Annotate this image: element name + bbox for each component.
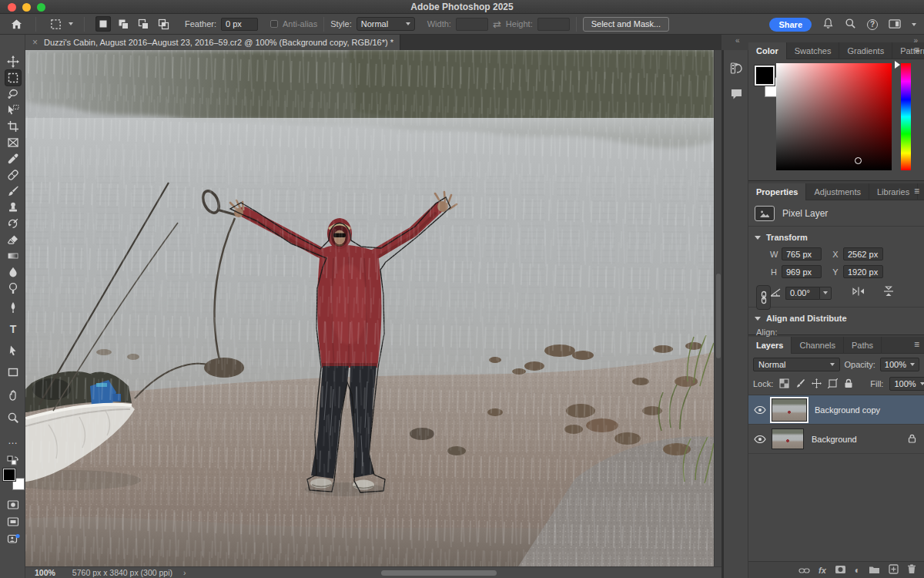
rotation-angle-dropdown[interactable]: 0.00° xyxy=(785,287,832,300)
tab-color[interactable]: Color xyxy=(748,42,787,59)
zoom-window-button[interactable] xyxy=(37,3,45,12)
tool-frame[interactable] xyxy=(5,135,21,150)
status-chevron-icon[interactable]: › xyxy=(183,568,186,577)
layer-visibility-eye-icon[interactable] xyxy=(748,435,772,443)
select-and-mask-button[interactable]: Select and Mask... xyxy=(583,17,670,32)
foreground-color-swatch[interactable] xyxy=(755,66,775,86)
layer-effects-icon[interactable]: fx xyxy=(819,566,826,575)
y-value-input[interactable]: 1920 px xyxy=(843,265,883,278)
help-icon[interactable]: ? xyxy=(867,19,878,30)
flip-horizontal-icon[interactable] xyxy=(852,286,865,300)
foreground-color-swatch[interactable] xyxy=(3,469,15,481)
style-dropdown[interactable]: Normal xyxy=(357,17,415,31)
close-window-button[interactable] xyxy=(8,3,16,12)
panel-menu-icon[interactable]: ≡ xyxy=(914,339,919,350)
tool-spot-healing-brush[interactable] xyxy=(5,167,21,183)
subtract-from-selection-mode-icon[interactable] xyxy=(136,16,151,32)
layer-visibility-eye-icon[interactable] xyxy=(748,406,772,414)
vertical-scrollbar[interactable] xyxy=(714,50,721,566)
blend-mode-dropdown[interactable]: Normal xyxy=(753,358,840,371)
tab-layers[interactable]: Layers xyxy=(748,337,792,354)
link-dimensions-icon[interactable] xyxy=(756,285,771,310)
tool-pen[interactable] xyxy=(5,300,21,315)
layer-name[interactable]: Background copy xyxy=(815,405,880,415)
lock-artboard-icon[interactable] xyxy=(828,378,838,390)
tab-properties[interactable]: Properties xyxy=(748,183,806,200)
tool-lasso[interactable] xyxy=(5,86,21,102)
lock-transparency-icon[interactable] xyxy=(779,378,789,390)
adjustment-layer-icon[interactable]: ◐ xyxy=(855,565,860,576)
lock-pixels-icon[interactable] xyxy=(795,378,805,390)
swap-colors-icon[interactable] xyxy=(5,455,21,467)
feather-input[interactable]: 0 px xyxy=(221,18,258,31)
foreground-background-swatches[interactable] xyxy=(3,469,25,490)
tool-eyedropper[interactable] xyxy=(5,151,21,166)
intersect-selection-mode-icon[interactable] xyxy=(156,16,171,32)
fill-dropdown[interactable]: 100% xyxy=(889,377,924,391)
quick-mask-mode-icon[interactable] xyxy=(5,497,21,512)
tool-blur[interactable] xyxy=(5,264,21,280)
home-icon[interactable] xyxy=(8,16,25,32)
layer-name[interactable]: Background xyxy=(812,435,857,444)
tab-channels[interactable]: Channels xyxy=(792,337,843,354)
tool-gradient[interactable] xyxy=(5,248,21,264)
tool-eraser[interactable] xyxy=(5,232,21,247)
layer-row-background-copy[interactable]: Background copy xyxy=(748,395,924,425)
anti-alias-checkbox[interactable] xyxy=(270,20,278,28)
hue-slider[interactable] xyxy=(901,63,911,170)
edit-toolbar-icon[interactable]: … xyxy=(5,432,21,448)
hue-slider-marker[interactable] xyxy=(895,61,900,69)
collapse-panels-icon[interactable]: « xyxy=(735,36,740,45)
photo-canvas[interactable] xyxy=(25,50,714,566)
tool-rectangle[interactable] xyxy=(5,365,21,380)
swap-dimensions-icon[interactable]: ⇄ xyxy=(493,18,501,30)
search-icon[interactable] xyxy=(845,18,856,31)
comments-panel-icon[interactable] xyxy=(729,87,743,101)
tool-brush[interactable] xyxy=(5,183,21,199)
panel-menu-icon[interactable]: ≡ xyxy=(914,45,919,55)
height-value-input[interactable]: 969 px xyxy=(782,265,822,278)
new-group-icon[interactable] xyxy=(869,563,880,577)
notifications-bell-icon[interactable] xyxy=(822,18,834,31)
width-input[interactable] xyxy=(456,18,488,31)
tab-gradients[interactable]: Gradients xyxy=(839,42,892,59)
tool-history-brush[interactable] xyxy=(5,216,21,231)
marquee-tool-preset-icon[interactable] xyxy=(47,16,64,32)
layer-thumbnail[interactable] xyxy=(772,428,804,449)
tab-swatches[interactable]: Swatches xyxy=(787,42,840,59)
tool-dodge[interactable] xyxy=(5,281,21,296)
tool-zoom[interactable] xyxy=(5,410,21,425)
delete-layer-icon[interactable] xyxy=(907,563,916,577)
add-layer-mask-icon[interactable] xyxy=(835,563,846,577)
lock-all-icon[interactable] xyxy=(844,378,853,390)
tool-type[interactable]: T xyxy=(5,321,21,337)
transform-section-header[interactable]: Transform xyxy=(748,227,924,245)
tab-adjustments[interactable]: Adjustments xyxy=(806,183,869,200)
chevron-down-icon[interactable] xyxy=(69,22,73,25)
layer-thumbnail[interactable] xyxy=(772,398,807,422)
share-for-review-icon[interactable] xyxy=(5,531,21,546)
panel-menu-icon[interactable]: ≡ xyxy=(914,186,919,197)
align-section-header[interactable]: Align and Distribute xyxy=(748,307,924,326)
new-selection-mode-icon[interactable] xyxy=(95,16,111,32)
layer-row-background[interactable]: Background xyxy=(748,425,924,454)
tool-rectangular-marquee[interactable] xyxy=(5,70,21,86)
tab-paths[interactable]: Paths xyxy=(844,337,882,354)
document-tab[interactable]: × Duzzi's Cabin, August 2016–August 23, … xyxy=(25,35,400,50)
height-input[interactable] xyxy=(537,18,570,31)
tool-path-selection[interactable] xyxy=(5,343,21,358)
lock-position-icon[interactable] xyxy=(812,378,822,390)
new-layer-icon[interactable] xyxy=(889,563,899,577)
tool-crop[interactable] xyxy=(5,119,21,134)
history-panel-icon[interactable] xyxy=(729,61,743,75)
add-to-selection-mode-icon[interactable] xyxy=(116,16,131,32)
zoom-level-field[interactable]: 100% xyxy=(35,568,55,577)
chevron-down-icon[interactable] xyxy=(912,23,916,26)
close-tab-icon[interactable]: × xyxy=(32,37,38,48)
workspace-switcher-icon[interactable] xyxy=(889,18,901,31)
screen-mode-icon[interactable] xyxy=(5,514,21,529)
share-button[interactable]: Share xyxy=(769,18,812,32)
link-layers-icon[interactable] xyxy=(798,563,810,577)
vertical-scrollbar-thumb[interactable] xyxy=(716,274,721,358)
tool-hand[interactable] xyxy=(5,388,21,403)
